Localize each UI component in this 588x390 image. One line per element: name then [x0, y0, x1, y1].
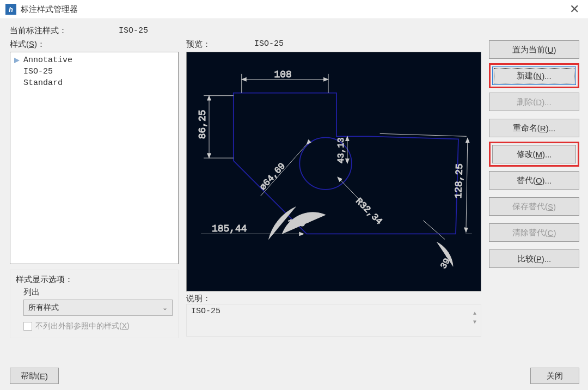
window-title: 标注样式管理器	[21, 4, 566, 15]
current-style-row: 当前标注样式： ISO-25	[10, 26, 579, 36]
app-icon: h	[5, 4, 16, 15]
svg-text:43,13: 43,13	[336, 137, 346, 163]
description-area: ISO-25 ▲ ▼	[186, 304, 481, 337]
svg-text:185,44: 185,44	[212, 223, 247, 234]
chevron-down-icon: ⌄	[162, 304, 168, 312]
delete-button: 删除(D)...	[489, 93, 579, 111]
styles-label: 样式(S)：	[10, 39, 45, 50]
set-current-button[interactable]: 置为当前(U)	[489, 40, 579, 59]
svg-text:86,25: 86,25	[197, 110, 208, 139]
svg-line-22	[423, 221, 445, 240]
titlebar: h 标注样式管理器 ✕	[0, 0, 588, 19]
spin-up-icon[interactable]: ▲	[473, 311, 476, 316]
preview-value: ISO-25	[254, 39, 284, 50]
description-value: ISO-25	[191, 307, 220, 334]
compare-button[interactable]: 比较(P)...	[489, 249, 579, 268]
checkbox-box	[23, 322, 32, 331]
svg-text:R32,34: R32,34	[353, 196, 384, 227]
annotative-icon	[14, 57, 21, 64]
styles-label-row: 样式(S)：	[10, 39, 179, 50]
close-button[interactable]: 关闭	[530, 368, 579, 384]
svg-line-13	[466, 138, 468, 232]
list-item[interactable]: ISO-25	[14, 66, 175, 77]
checkbox-label: 不列出外部参照中的样式(X)	[35, 321, 130, 331]
display-options-group: 样式显示选项： 列出 所有样式 ⌄ 不列出外部参照中的样式(X)	[10, 270, 179, 338]
save-override-button: 保存替代(S)	[489, 197, 579, 216]
svg-line-11	[380, 133, 467, 136]
dropdown-value: 所有样式	[28, 303, 59, 313]
current-style-label: 当前标注样式：	[10, 26, 119, 36]
preview-canvas: 108 86,25 43,13 128,25	[186, 52, 481, 291]
close-icon[interactable]: ✕	[566, 3, 583, 15]
list-filter-label: 列出	[16, 287, 173, 297]
svg-text:128,25: 128,25	[453, 163, 465, 199]
clear-override-button: 清除替代(C)	[489, 223, 579, 242]
preview-label: 预览：	[186, 39, 211, 50]
list-filter-dropdown[interactable]: 所有样式 ⌄	[23, 300, 173, 316]
description-label: 说明：	[186, 294, 481, 304]
rename-button[interactable]: 重命名(R)...	[489, 119, 579, 137]
description-spinners[interactable]: ▲ ▼	[473, 311, 476, 334]
list-item[interactable]: Annotative	[14, 54, 175, 66]
override-button[interactable]: 替代(O)...	[489, 171, 579, 190]
modify-button-highlight: 修改(M)...	[489, 142, 579, 167]
svg-text:108: 108	[274, 69, 292, 80]
styles-listbox[interactable]: Annotative ISO-25 Standard	[10, 52, 179, 264]
help-button[interactable]: 帮助(E)	[10, 368, 59, 384]
exclude-xref-checkbox[interactable]: 不列出外部参照中的样式(X)	[23, 321, 173, 331]
svg-text:39°: 39°	[439, 252, 455, 271]
preview-label-row: 预览： ISO-25	[186, 39, 481, 50]
list-item[interactable]: Standard	[14, 77, 175, 89]
new-button-highlight: 新建(N)...	[489, 63, 579, 88]
display-options-title: 样式显示选项：	[16, 275, 173, 285]
svg-text:ø64,69: ø64,69	[258, 161, 287, 192]
spin-down-icon[interactable]: ▼	[473, 320, 476, 325]
new-button[interactable]: 新建(N)...	[492, 66, 576, 85]
current-style-value: ISO-25	[119, 26, 148, 35]
svg-text:125°: 125°	[287, 218, 311, 229]
modify-button[interactable]: 修改(M)...	[492, 145, 576, 163]
